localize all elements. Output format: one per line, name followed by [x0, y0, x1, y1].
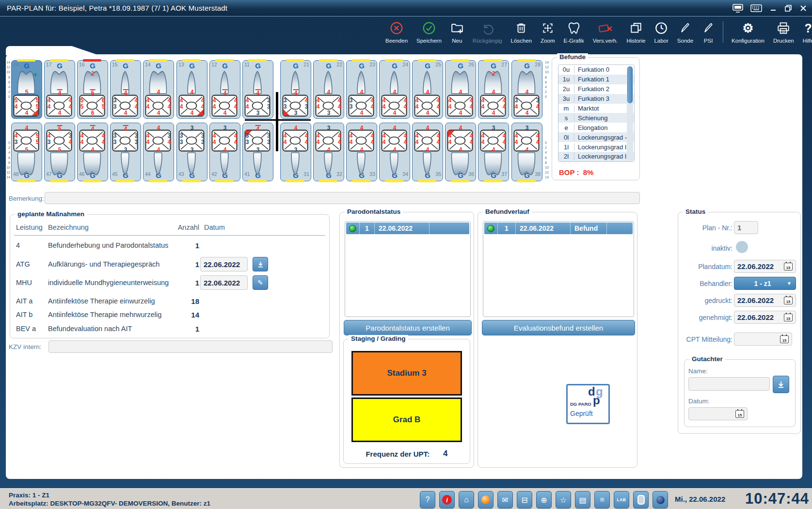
toolbar-hilfe[interactable]: ?Hilfe: [798, 20, 812, 44]
toolbar-neu[interactable]: Neu: [446, 20, 468, 44]
bemerkung-input[interactable]: [45, 192, 640, 204]
tooth-37[interactable]: 37G344444: [478, 123, 509, 181]
tooth-45[interactable]: 45G433333: [110, 123, 141, 181]
assist-button[interactable]: [478, 491, 494, 509]
tooth-33[interactable]: 33G444444: [346, 123, 377, 181]
befunde-item-3u[interactable]: 3uFurkation 3: [558, 94, 634, 104]
parodontalstatus-erstellen-button[interactable]: Parodontalstatus erstellen: [344, 320, 472, 335]
befunde-item-0l[interactable]: 0lLockerungsgrad -: [558, 132, 634, 142]
mouse-button[interactable]: [633, 491, 649, 509]
toolbar-labor[interactable]: Labor: [650, 20, 672, 44]
report-button[interactable]: ▤: [575, 491, 590, 509]
calendar-icon[interactable]: 15: [735, 410, 744, 418]
tooth-27[interactable]: 27G2444444: [478, 60, 509, 119]
kzv-input[interactable]: [48, 340, 333, 353]
tooth-26[interactable]: 26G444444: [445, 60, 476, 119]
tooth-24[interactable]: 24G444444: [379, 60, 410, 119]
tooth-28[interactable]: 28G434344: [511, 60, 542, 119]
cpt-mitteilung-input[interactable]: 15: [734, 333, 792, 346]
toolbar-speichern[interactable]: Speichern: [412, 20, 446, 44]
leistung-datum-input[interactable]: 22.06.2022: [200, 275, 248, 290]
tooth-15[interactable]: 15G433444: [110, 60, 141, 119]
gutachter-datum-input[interactable]: 15: [688, 407, 748, 420]
inaktiv-toggle[interactable]: [736, 241, 748, 253]
close-button[interactable]: [799, 4, 807, 12]
toolbar-e-grafik[interactable]: E-Grafik: [559, 20, 588, 44]
evaluationsbefund-erstellen-button[interactable]: Evaluationsbefund erstellen: [482, 320, 635, 335]
parodontalstatus-row[interactable]: 1 22.06.2022: [346, 223, 469, 234]
tooth-21[interactable]: 21G433433: [280, 60, 311, 119]
home-button[interactable]: ⌂: [459, 491, 474, 509]
tooth-32[interactable]: 32G344444: [313, 123, 344, 181]
calendar-icon[interactable]: 15: [780, 335, 789, 343]
tasks-button[interactable]: ≡: [594, 491, 610, 509]
behandler-select[interactable]: 1 - z1 ▼: [734, 277, 796, 290]
tooth-35[interactable]: 35G444444: [412, 123, 443, 181]
befunde-item-0u[interactable]: 0uFurkation 0: [558, 65, 634, 75]
gutachter-download-button[interactable]: [773, 376, 789, 393]
toolbar-vers-verh[interactable]: Vers.verh.: [589, 20, 622, 44]
tooth-36[interactable]: 36G444444: [445, 123, 476, 181]
befunde-item-1u[interactable]: 1uFurkation 1: [558, 75, 634, 84]
toolbar-zoom[interactable]: Zoom: [536, 20, 559, 44]
globe-button[interactable]: [653, 491, 668, 509]
tooth-42[interactable]: 42G344444: [209, 123, 240, 181]
toolbar-psi[interactable]: PSI: [698, 20, 719, 44]
leistung-datum-input[interactable]: 22.06.2022: [200, 257, 248, 271]
tooth-25[interactable]: 25G444444: [412, 60, 443, 119]
leistung-download-button[interactable]: [253, 257, 268, 271]
befunde-item-2u[interactable]: 2uFurkation 2: [558, 84, 634, 94]
web-button[interactable]: ⊕: [536, 491, 552, 509]
calendar-icon[interactable]: 15: [784, 314, 793, 321]
tooth-23[interactable]: 23G433444: [346, 60, 377, 119]
toolbar-sonde[interactable]: Sonde: [673, 20, 698, 44]
screen-icon[interactable]: [732, 4, 743, 13]
toolbar-r-ckg-ngig[interactable]: Rückgängig: [468, 20, 507, 44]
tooth-46[interactable]: 46G444444: [77, 123, 108, 181]
help-button[interactable]: ?: [420, 491, 435, 509]
befunde-item-1l[interactable]: 1lLockerungsgrad I: [558, 142, 634, 152]
toolbar-konfiguration[interactable]: ⚙Konfiguration: [727, 20, 769, 44]
tooth-22[interactable]: 22G444443: [313, 60, 344, 119]
tooth-13[interactable]: 13G444444: [176, 60, 207, 119]
leistung-edit-button[interactable]: ✎: [253, 275, 268, 290]
tooth-44[interactable]: 44G444344: [143, 123, 174, 181]
toolbar-drucken[interactable]: Drucken: [769, 20, 798, 44]
tooth-18[interactable]: 18G+554554: [11, 60, 42, 119]
mail-button[interactable]: ✉: [497, 491, 513, 509]
tooth-41[interactable]: 41G433333: [242, 123, 273, 181]
favorites-button[interactable]: ☆: [556, 491, 571, 509]
print-button[interactable]: ⊟: [517, 491, 532, 509]
tooth-47[interactable]: 47G543345: [44, 123, 75, 181]
tooth-14[interactable]: 14G444444: [143, 60, 174, 119]
befunde-item-2l[interactable]: 2lLockerungsgrad II: [558, 152, 634, 161]
plan-nr-input[interactable]: 1: [734, 221, 758, 234]
maximize-button[interactable]: [784, 4, 792, 12]
genehmigt-input[interactable]: 22.06.202215: [734, 311, 796, 324]
minimize-button[interactable]: [769, 4, 777, 12]
keyboard-icon[interactable]: [750, 4, 762, 12]
tooth-17[interactable]: 17G444444: [44, 60, 75, 119]
lab-button[interactable]: LAB: [614, 491, 629, 509]
calendar-icon[interactable]: 15: [784, 297, 793, 304]
tooth-48[interactable]: 48G443555: [11, 123, 42, 181]
tooth-31[interactable]: 31G444443: [280, 123, 311, 181]
befundverlauf-row[interactable]: 1 22.06.2022 Befund: [484, 223, 633, 234]
tooth-11[interactable]: 11G444333: [242, 60, 273, 119]
tooth-34[interactable]: 34G444444: [379, 123, 410, 181]
plandatum-input[interactable]: 22.06.202215: [734, 260, 796, 273]
befunde-item-e[interactable]: eElongation: [558, 123, 634, 132]
gutachter-name-input[interactable]: [688, 377, 770, 391]
tooth-43[interactable]: 43G333333: [176, 123, 207, 181]
toolbar-beenden[interactable]: Beenden: [381, 20, 412, 44]
gedruckt-input[interactable]: 22.06.202215: [734, 294, 796, 307]
befunde-scrollbar[interactable]: [627, 66, 633, 160]
toolbar-l-schen[interactable]: Löschen: [507, 20, 536, 44]
tooth-12[interactable]: 12G444444: [209, 60, 240, 119]
calendar-icon[interactable]: 15: [784, 263, 793, 270]
info-button[interactable]: i: [439, 491, 455, 509]
tooth-38[interactable]: 38G344444: [511, 123, 542, 181]
tooth-16[interactable]: 16G2555656: [77, 60, 108, 119]
befunde-item-m[interactable]: mMarktot: [558, 104, 634, 113]
scrollbar-thumb[interactable]: [627, 66, 633, 103]
